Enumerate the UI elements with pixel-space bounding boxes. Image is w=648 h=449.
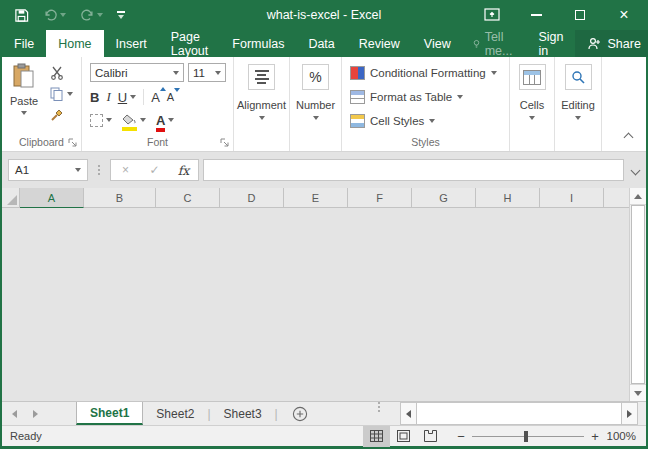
enter-button[interactable]: ✓ <box>140 160 169 180</box>
collapse-ribbon-icon[interactable] <box>624 133 634 143</box>
zoom-slider-thumb[interactable] <box>524 431 528 442</box>
undo-button[interactable] <box>43 8 66 22</box>
horizontal-scroll-thumb[interactable] <box>417 402 621 425</box>
alignment-button[interactable]: Alignment <box>234 64 289 120</box>
page-layout-view-button[interactable] <box>390 426 417 447</box>
font-color-letter: A <box>156 113 165 128</box>
cells-table-icon <box>523 70 541 85</box>
name-box[interactable]: A1 <box>8 159 88 181</box>
column-header-i[interactable]: I <box>540 188 604 208</box>
redo-button[interactable] <box>80 8 103 22</box>
format-as-table-button[interactable]: Format as Table <box>350 85 509 109</box>
expand-formula-bar-icon[interactable] <box>631 166 641 176</box>
share-button[interactable]: Share <box>575 30 648 57</box>
scroll-right-button[interactable] <box>621 402 638 425</box>
cut-button[interactable] <box>50 65 73 81</box>
underline-button[interactable]: U <box>118 90 136 105</box>
vertical-scroll-thumb[interactable] <box>631 205 645 384</box>
minimize-button[interactable] <box>514 0 558 30</box>
column-header-a[interactable]: A <box>20 188 84 208</box>
sheet-tab-sheet1[interactable]: Sheet1 <box>76 402 143 425</box>
lightbulb-icon <box>473 37 480 51</box>
dialog-launcher-icon <box>220 138 230 148</box>
font-row-3: A <box>90 111 227 129</box>
maximize-button[interactable] <box>558 0 602 30</box>
zoom-level[interactable]: 100% <box>606 430 646 442</box>
scroll-right-icon <box>627 410 632 418</box>
font-color-button[interactable]: A <box>156 113 174 128</box>
font-color-dropdown-icon <box>168 118 174 122</box>
font-family-value: Calibri <box>95 67 128 79</box>
number-button[interactable]: % Number <box>290 64 341 120</box>
copy-button[interactable] <box>50 86 73 102</box>
save-button[interactable] <box>14 8 29 23</box>
column-header-e[interactable]: E <box>284 188 348 208</box>
ribbon-display-options-button[interactable] <box>470 0 514 30</box>
font-family-select[interactable]: Calibri <box>90 63 184 82</box>
cell-styles-button[interactable]: Cell Styles <box>350 109 509 133</box>
font-size-select[interactable]: 11 <box>188 63 226 82</box>
font-dialog-launcher[interactable] <box>220 138 230 148</box>
tab-formulas[interactable]: Formulas <box>220 30 296 57</box>
tab-home[interactable]: Home <box>46 30 103 57</box>
formula-input[interactable] <box>203 159 624 181</box>
underline-letter: U <box>118 90 127 105</box>
tab-row-right: Tell me... Sign in Share <box>463 30 648 57</box>
cancel-button[interactable]: × <box>111 160 140 180</box>
decrease-font-size-button[interactable]: A <box>167 91 174 103</box>
new-sheet-button[interactable] <box>292 402 308 425</box>
format-painter-button[interactable] <box>50 107 73 123</box>
sign-in-button[interactable]: Sign in <box>526 30 575 57</box>
editing-iconbox <box>565 64 592 90</box>
zoom-in-button[interactable]: + <box>584 429 606 444</box>
customize-quick-access-toolbar-button[interactable] <box>117 11 125 19</box>
paste-button[interactable]: Paste <box>10 63 38 115</box>
cells-button[interactable]: Cells <box>510 64 554 120</box>
horizontal-scrollbar[interactable] <box>400 402 638 425</box>
sheet-tab-sheet2[interactable]: Sheet2 <box>143 402 207 425</box>
editing-button[interactable]: Editing <box>555 64 601 120</box>
column-header-g[interactable]: G <box>412 188 476 208</box>
styles-group: Conditional Formatting Format as Table C… <box>342 57 510 151</box>
bold-button[interactable]: B <box>90 90 99 105</box>
vertical-scrollbar[interactable] <box>629 188 646 401</box>
ribbon-tab-row: FileHomeInsertPage LayoutFormulasDataRev… <box>2 30 646 57</box>
borders-button[interactable] <box>90 114 112 127</box>
zoom-out-button[interactable]: − <box>450 429 472 444</box>
scroll-up-button[interactable] <box>630 188 646 205</box>
tab-review[interactable]: Review <box>347 30 412 57</box>
previous-sheet-button[interactable] <box>12 410 17 418</box>
borders-icon <box>90 114 103 127</box>
tab-view[interactable]: View <box>412 30 463 57</box>
insert-function-button[interactable]: fx <box>169 160 198 180</box>
clipboard-dialog-launcher[interactable] <box>68 138 78 148</box>
tab-insert[interactable]: Insert <box>104 30 159 57</box>
column-header-j[interactable]: J <box>604 188 629 208</box>
column-header-f[interactable]: F <box>348 188 412 208</box>
sheet-tab-sheet3[interactable]: Sheet3 <box>211 402 275 425</box>
column-header-h[interactable]: H <box>476 188 540 208</box>
customize-caret-icon <box>118 15 124 19</box>
column-header-d[interactable]: D <box>220 188 284 208</box>
tab-data[interactable]: Data <box>296 30 346 57</box>
close-button[interactable]: × <box>602 0 646 30</box>
column-header-b[interactable]: B <box>84 188 156 208</box>
tab-page-layout[interactable]: Page Layout <box>159 30 221 57</box>
next-sheet-button[interactable] <box>33 410 38 418</box>
column-header-c[interactable]: C <box>156 188 220 208</box>
italic-button[interactable]: I <box>106 89 110 105</box>
scroll-down-button[interactable] <box>630 384 646 401</box>
zoom-slider[interactable] <box>472 426 584 447</box>
separator <box>143 89 144 105</box>
increase-font-size-button[interactable]: A <box>151 90 160 105</box>
fill-color-button[interactable] <box>122 114 146 127</box>
tell-me-button[interactable]: Tell me... <box>463 30 527 57</box>
tab-file[interactable]: File <box>2 30 46 57</box>
status-bar-right: − + 100% <box>363 426 646 447</box>
page-break-preview-button[interactable] <box>417 426 444 447</box>
conditional-formatting-button[interactable]: Conditional Formatting <box>350 61 509 85</box>
alignment-icon <box>255 70 269 84</box>
normal-view-button[interactable] <box>363 426 390 447</box>
scroll-left-button[interactable] <box>400 402 417 425</box>
select-all-corner[interactable] <box>2 188 20 208</box>
